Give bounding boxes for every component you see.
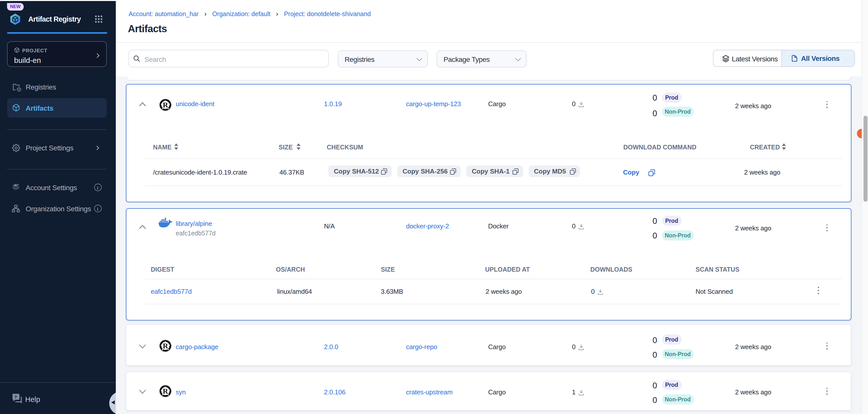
- svg-text:R: R: [162, 342, 168, 350]
- svg-text:R: R: [162, 387, 168, 395]
- svg-text:R: R: [162, 101, 168, 109]
- svg-text:?: ?: [14, 394, 17, 400]
